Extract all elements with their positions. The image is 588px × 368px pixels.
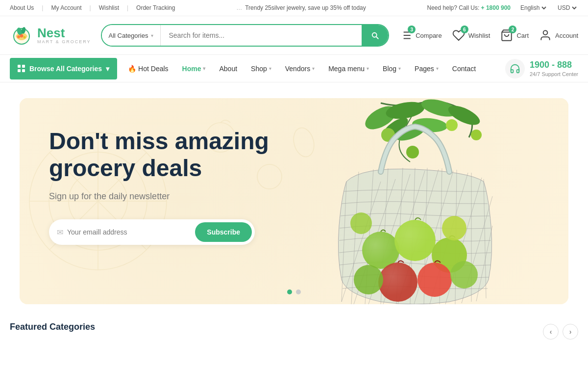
- svg-point-5: [24, 36, 26, 39]
- svg-point-39: [378, 263, 417, 302]
- featured-section-title: Featured Categories: [10, 322, 95, 332]
- search-input[interactable]: [161, 25, 362, 46]
- svg-rect-11: [22, 69, 25, 72]
- wishlist-badge: 6: [461, 26, 468, 33]
- chevron-icon: ▾: [367, 66, 369, 71]
- nav-links: 🔥 Hot Deals Home ▾ About Shop ▾ Vendors …: [122, 55, 505, 82]
- cart-icon-wrap: 2: [500, 28, 514, 42]
- navbar: Browse All Categories ▾ 🔥 Hot Deals Home…: [0, 55, 588, 82]
- hero-banner: Don't miss amazing grocery deals Sign up…: [20, 98, 568, 304]
- account-icon-wrap: [539, 28, 552, 42]
- logo-text: Nest MART & GROCERY: [37, 26, 91, 45]
- chevron-icon: ▾: [203, 66, 205, 71]
- hero-form: ✉ Subscribe: [49, 219, 255, 245]
- compare-icon-wrap: 3: [399, 28, 413, 42]
- svg-point-31: [471, 130, 482, 140]
- carousel-dot-1[interactable]: [287, 289, 292, 294]
- cart-badge: 2: [509, 26, 516, 33]
- chevron-icon: ▾: [436, 66, 439, 71]
- nav-blog[interactable]: Blog ▾: [377, 55, 407, 82]
- chevron-down-icon: ▾: [151, 33, 153, 38]
- logo-icon: [10, 24, 33, 47]
- promo-text: …Trendy 25silver jewelry, save up 35% of…: [236, 4, 366, 11]
- subscribe-button[interactable]: Subscribe: [195, 222, 252, 242]
- svg-point-44: [350, 212, 372, 234]
- svg-point-43: [442, 216, 466, 240]
- svg-rect-9: [22, 65, 25, 68]
- svg-point-41: [354, 265, 383, 294]
- page-bottom: Featured Categories ‹ ›: [0, 312, 588, 342]
- svg-point-3: [17, 35, 20, 38]
- support-text: 1900 - 888 24/7 Support Center: [530, 59, 578, 78]
- svg-point-32: [406, 146, 419, 158]
- wishlist-icon-wrap: 6: [452, 28, 466, 42]
- support-sub: 24/7 Support Center: [530, 71, 578, 78]
- order-tracking-link[interactable]: Order Tracking: [136, 4, 175, 11]
- svg-rect-10: [18, 69, 21, 72]
- account-action[interactable]: Account: [539, 28, 578, 42]
- prev-arrow[interactable]: ‹: [543, 324, 559, 340]
- email-input[interactable]: [67, 228, 195, 236]
- svg-point-4: [20, 34, 24, 38]
- compare-label: Compare: [416, 32, 441, 39]
- nav-home[interactable]: Home ▾: [176, 55, 212, 82]
- hero-title: Don't miss amazing grocery deals: [49, 128, 292, 182]
- svg-rect-8: [18, 65, 21, 68]
- mail-icon: ✉: [57, 228, 63, 237]
- wishlist-action[interactable]: 6 Wishlist: [452, 28, 490, 42]
- grid-icon: [18, 65, 25, 73]
- hero-content: Don't miss amazing grocery deals Sign up…: [20, 98, 321, 274]
- svg-point-7: [543, 30, 548, 35]
- next-arrow[interactable]: ›: [563, 324, 578, 340]
- carousel-dot-2[interactable]: [296, 289, 301, 294]
- nav-vendors[interactable]: Vendors ▾: [279, 55, 320, 82]
- help-text: Need help? Call Us: + 1800 900: [427, 4, 511, 11]
- carousel-dots: [287, 289, 301, 294]
- compare-action[interactable]: 3 Compare: [399, 28, 441, 42]
- my-account-link[interactable]: My Account: [51, 4, 81, 11]
- chevron-icon: ▾: [312, 66, 315, 71]
- header-actions: 3 Compare 6 Wishlist 2: [399, 28, 578, 42]
- support-icon: [505, 59, 525, 79]
- headphone-icon: [510, 63, 520, 74]
- search-button[interactable]: [362, 25, 388, 46]
- language-select[interactable]: English French: [518, 4, 548, 12]
- svg-point-30: [446, 119, 458, 131]
- chevron-icon: ▾: [398, 66, 401, 71]
- nav-arrows: ‹ ›: [543, 324, 578, 340]
- wishlist-link[interactable]: Wishlist: [99, 4, 119, 11]
- nav-contact[interactable]: Contact: [446, 55, 482, 82]
- fruit-bag-illustration: [283, 98, 552, 304]
- svg-point-42: [450, 261, 478, 289]
- phone-number: + 1800 900: [481, 4, 511, 11]
- nav-mega-menu[interactable]: Mega menu ▾: [322, 55, 375, 82]
- support-section: 1900 - 888 24/7 Support Center: [505, 59, 578, 79]
- about-us-link[interactable]: About Us: [10, 4, 34, 11]
- top-bar: About Us | My Account | Wishlist | Order…: [0, 0, 588, 16]
- top-bar-right: Need help? Call Us: + 1800 900 English F…: [427, 4, 578, 12]
- cart-action[interactable]: 2 Cart: [500, 28, 529, 42]
- chevron-icon: ▾: [269, 66, 271, 71]
- search-icon: [370, 31, 379, 40]
- search-bar: All Categories ▾: [101, 24, 390, 47]
- category-dropdown[interactable]: All Categories ▾: [102, 25, 161, 46]
- header: Nest MART & GROCERY All Categories ▾ 3 C…: [0, 16, 588, 55]
- nav-shop[interactable]: Shop ▾: [245, 55, 277, 82]
- svg-point-36: [394, 220, 436, 261]
- nav-hot-deals[interactable]: 🔥 Hot Deals: [122, 55, 174, 82]
- cart-label: Cart: [516, 32, 529, 39]
- compare-badge: 3: [408, 26, 416, 33]
- nav-pages[interactable]: Pages ▾: [409, 55, 444, 82]
- support-number: 1900 - 888: [530, 59, 578, 71]
- top-bar-links: About Us | My Account | Wishlist | Order…: [10, 4, 175, 11]
- chevron-down-icon: ▾: [106, 65, 109, 73]
- account-label: Account: [555, 32, 578, 39]
- currency-select[interactable]: USD EUR: [556, 4, 578, 12]
- flame-icon: 🔥: [128, 65, 136, 73]
- logo[interactable]: Nest MART & GROCERY: [10, 24, 91, 47]
- wishlist-label: Wishlist: [468, 32, 490, 39]
- hero-wrapper: Don't miss amazing grocery deals Sign up…: [0, 82, 588, 304]
- browse-categories-button[interactable]: Browse All Categories ▾: [10, 58, 117, 79]
- nav-about[interactable]: About: [213, 55, 243, 82]
- hero-subtitle: Sign up for the daily newsletter: [49, 191, 292, 202]
